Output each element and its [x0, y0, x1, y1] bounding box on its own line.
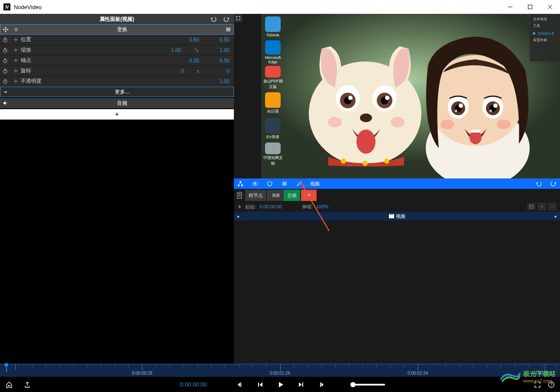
chevron-right-icon[interactable]: [237, 204, 242, 209]
timeline-btn-more[interactable]: ⋯: [548, 203, 557, 211]
opacity-value[interactable]: 1.00: [212, 78, 230, 84]
svg-point-15: [15, 49, 16, 51]
property-scale: 缩放 1.00 1.00: [0, 45, 234, 55]
track-toggle-right[interactable]: ◂: [552, 214, 558, 219]
skip-forward-button[interactable]: [298, 381, 304, 388]
desktop-icon: EV录屏: [262, 117, 284, 141]
desktop-icon: 向日葵: [262, 91, 284, 115]
desktop-icon: ToDesk: [262, 15, 284, 39]
stopwatch-icon[interactable]: [0, 58, 10, 63]
menu-icon[interactable]: [223, 26, 233, 32]
svg-point-51: [455, 110, 457, 112]
redo-button[interactable]: [223, 16, 230, 22]
next-frame-button[interactable]: [317, 381, 324, 388]
pencil-icon[interactable]: [295, 181, 303, 187]
gear-icon[interactable]: [11, 27, 21, 32]
volume-knob[interactable]: [350, 382, 356, 387]
rotation-turns-value[interactable]: 0: [167, 68, 184, 74]
desktop-icon: 中国知网文献: [262, 143, 284, 166]
tab-root[interactable]: 根节点: [245, 190, 266, 201]
gear-icon[interactable]: [10, 37, 21, 42]
app-logo: N: [3, 3, 10, 10]
preview-expand-button[interactable]: [234, 14, 243, 23]
svg-point-40: [328, 117, 342, 127]
timeline-empty-area[interactable]: [234, 221, 560, 364]
audio-section-header[interactable]: 音频: [0, 98, 234, 108]
tabs-row: 根节点 视频 音频 +: [234, 189, 560, 202]
right-panel: 文件管理 工具 添加新任务 设置外观 ToDesk Microsoft Edge…: [234, 14, 560, 364]
playback-time[interactable]: 0:00:00:00: [180, 381, 207, 388]
svg-line-83: [530, 205, 533, 208]
timeline-btn-2[interactable]: [537, 203, 546, 211]
anchor-x-value[interactable]: 0.50: [182, 58, 199, 64]
svg-point-33: [348, 96, 353, 100]
stopwatch-icon[interactable]: [0, 48, 10, 53]
anchor-y-value[interactable]: 0.50: [212, 58, 230, 64]
svg-point-88: [541, 206, 542, 207]
document-icon[interactable]: [236, 190, 243, 201]
watermark-text-url: www.xz7.com: [523, 378, 556, 383]
svg-point-42: [341, 159, 346, 164]
play-button[interactable]: [277, 381, 285, 389]
tab-add-button[interactable]: +: [301, 190, 317, 201]
stopwatch-icon[interactable]: [0, 79, 10, 84]
stretch-value[interactable]: 100%: [316, 204, 328, 209]
gear-icon[interactable]: [10, 58, 21, 63]
bottom-bar: 0:00:00:280:00:01:260:00:02:240:00:03:22…: [0, 364, 560, 392]
speaker-icon: [0, 100, 10, 106]
timeline-btn-1[interactable]: [527, 203, 536, 211]
scale-y-value[interactable]: 1.00: [212, 47, 230, 53]
gear-icon[interactable]: [10, 79, 21, 84]
volume-control[interactable]: [350, 384, 385, 386]
minimize-button[interactable]: [500, 0, 520, 14]
svg-rect-96: [258, 382, 259, 387]
gear-icon[interactable]: [10, 68, 21, 73]
close-button[interactable]: [540, 0, 560, 14]
timeline-ruler[interactable]: 0:00:00:280:00:01:260:00:02:240:00:03:22: [0, 364, 560, 377]
svg-point-59: [440, 120, 454, 129]
app-title: NodeVideo: [14, 4, 42, 10]
redo-icon[interactable]: [550, 181, 557, 187]
hierarchy-icon[interactable]: [236, 181, 244, 187]
timeline-info-bar: 起始: 0:00:00:00 伸缩: 100% ⋯: [234, 202, 560, 211]
more-button[interactable]: 更多...: [0, 87, 234, 97]
video-track[interactable]: ▸ 视频 ◂: [234, 211, 560, 221]
stopwatch-icon[interactable]: [0, 37, 10, 42]
svg-point-55: [493, 104, 498, 108]
menu-icon[interactable]: [281, 181, 288, 187]
chevron-down-icon: [0, 89, 11, 94]
circle-icon[interactable]: [266, 181, 274, 187]
eye-icon[interactable]: [251, 181, 259, 187]
position-y-value[interactable]: 0.50: [212, 37, 230, 43]
transform-section-header[interactable]: 变换: [0, 24, 234, 35]
link-icon[interactable]: [194, 48, 199, 53]
scale-x-value[interactable]: 1.00: [164, 47, 181, 53]
position-x-value[interactable]: 0.50: [182, 37, 199, 43]
node-toolbar: 视频: [234, 178, 560, 189]
window-controls: [500, 0, 560, 14]
preview-area[interactable]: 文件管理 工具 添加新任务 设置外观 ToDesk Microsoft Edge…: [234, 14, 560, 178]
add-property-button[interactable]: +: [0, 109, 234, 120]
ruler-tick-label: 0:00:00:28: [132, 371, 152, 376]
stopwatch-icon[interactable]: [0, 68, 10, 74]
volume-slider[interactable]: [350, 384, 385, 386]
export-button[interactable]: [23, 381, 31, 389]
svg-point-39: [356, 130, 375, 154]
svg-point-11: [15, 39, 16, 41]
undo-button[interactable]: [210, 16, 217, 22]
gear-icon[interactable]: [10, 48, 21, 52]
prev-frame-button[interactable]: [237, 381, 244, 388]
svg-point-4: [15, 29, 17, 30]
skip-back-button[interactable]: [257, 381, 264, 388]
home-button[interactable]: [5, 381, 13, 389]
start-value[interactable]: 0:00:00:00: [259, 204, 282, 209]
svg-text:工具: 工具: [533, 24, 540, 28]
playhead[interactable]: [6, 364, 7, 372]
maximize-button[interactable]: [520, 0, 540, 14]
rotation-deg-value[interactable]: 0: [212, 68, 230, 74]
track-toggle-left[interactable]: ▸: [236, 214, 242, 219]
tab-video-thumb[interactable]: [267, 190, 283, 201]
svg-point-38: [360, 113, 372, 122]
undo-icon[interactable]: [535, 181, 543, 187]
tab-audio[interactable]: 音频: [284, 190, 300, 201]
